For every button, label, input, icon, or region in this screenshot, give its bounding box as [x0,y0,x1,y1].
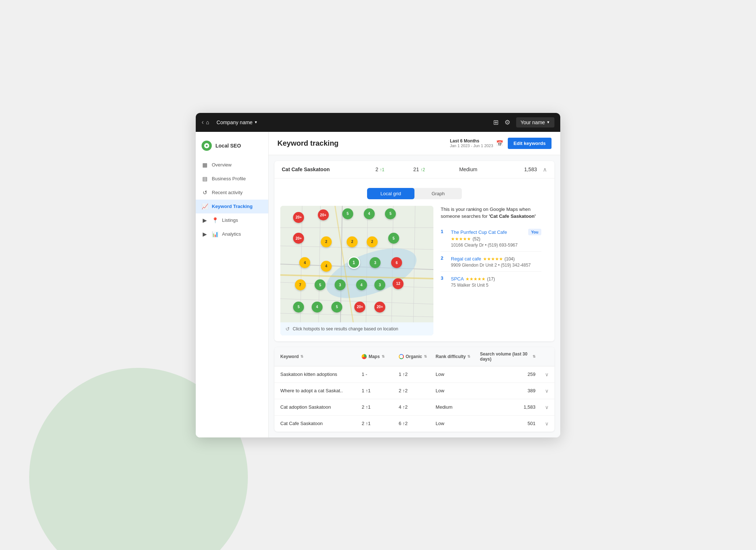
table-row-4[interactable]: Cat Cafe Saskatoon 2 ↑1 6 ↑2 Low 501 ∨ [274,416,554,432]
map-pin[interactable]: 20+ [354,302,365,313]
map-pin[interactable]: 3 [335,279,346,290]
keyword-maps-stat: 2 ↑1 [360,166,400,172]
map-pin[interactable]: 5 [385,208,396,219]
rank-name-2[interactable]: Regal cat cafe [451,256,481,262]
td-volume-1: 259 [480,372,535,377]
map-pin[interactable]: 3 [374,279,385,290]
map-pin[interactable]: 20+ [318,209,329,220]
home-icon: ⌂ [206,119,209,125]
map-pin[interactable]: 2 [321,236,332,247]
map-rank-area: 20+ 20+ 5 4 5 20+ 2 2 2 5 [274,206,554,341]
map-pin[interactable]: 4 [299,257,310,268]
app-container: ‹ ⌂ Company name ▼ ⊞ ⚙ Your name ▼ [196,113,560,437]
td-organic-3: 4 ↑2 [399,404,436,410]
sort-organic-icon[interactable]: ⇅ [424,354,427,358]
expand-chevron-1[interactable]: ∨ [545,372,549,377]
sort-keyword-icon[interactable]: ⇅ [300,354,303,358]
company-dropdown-arrow: ▼ [254,120,258,124]
keyword-volume: 1,583 [498,166,537,172]
td-keyword-4: Cat Cafe Saskatoon [280,421,362,426]
you-badge: You [528,229,541,235]
sidebar-item-keyword-tracking[interactable]: 📈 Keyword Tracking [196,200,268,213]
sidebar-item-analytics[interactable]: ▶ 📊 Analytics [196,227,268,241]
table-row-2[interactable]: Where to adopt a cat Saskat.. 1 ↑1 2 ↑2 … [274,383,554,399]
content-area: Keyword tracking Last 6 Months Jan 1 202… [269,132,560,437]
rank-name-1[interactable]: The Purrfect Cup Cat Cafe [451,229,507,235]
expand-chevron-3[interactable]: ∨ [545,404,549,410]
graph-tab[interactable]: Graph [414,188,462,199]
map-pin[interactable]: 4 [364,208,375,219]
keyword-collapse-button[interactable]: ∧ [537,166,547,173]
map-pin[interactable]: 5 [342,208,353,219]
map-pin[interactable]: 5 [388,233,399,244]
keyword-card-name: Cat Cafe Saskatoon [282,166,360,172]
map-pin[interactable]: 5 [315,279,326,290]
maps-logo-icon [362,354,367,359]
td-expand-4[interactable]: ∨ [535,421,549,427]
map-pin[interactable]: 12 [393,278,404,289]
edit-keywords-button[interactable]: Edit keywords [508,138,552,149]
business-profile-icon: ▤ [202,176,208,182]
table-row-1[interactable]: Saskatoon kitten adoptions 1 - 1 ↑2 Low … [274,366,554,383]
td-expand-3[interactable]: ∨ [535,404,549,410]
company-dropdown[interactable]: Company name ▼ [214,118,261,127]
grid-icon[interactable]: ⊞ [493,118,499,126]
rank-reviews-3: (17) [487,276,495,282]
sort-volume-icon[interactable]: ⇅ [533,354,535,358]
user-menu[interactable]: Your name ▼ [516,117,554,127]
map-pin[interactable]: 20+ [293,233,304,244]
td-expand-1[interactable]: ∨ [535,372,549,377]
listings-expand-icon: ▶ [202,217,208,224]
sidebar-item-overview[interactable]: ▦ Overview [196,158,268,172]
expand-chevron-4[interactable]: ∨ [545,421,549,427]
rank-name-3[interactable]: SPCA [451,276,464,282]
rank-number-2: 2 [441,255,447,261]
map-pin[interactable]: 5 [293,302,304,313]
sidebar-item-recent-activity[interactable]: ↺ Recent activity [196,186,268,200]
td-maps-1: 1 - [362,372,398,377]
td-maps-2: 1 ↑1 [362,388,398,393]
view-tab-toggle: Local grid Graph [367,188,462,199]
overview-icon: ▦ [202,162,208,168]
map-pin[interactable]: 4 [356,279,367,290]
rank-address-2: 9909 Glendon Dr Unit 2 • (519) 342-4857 [451,263,541,268]
td-volume-3: 1,583 [480,404,535,410]
map-pin-center[interactable]: 1 [348,256,360,269]
map-pin[interactable]: 20+ [293,212,304,223]
calendar-icon: 📅 [496,140,503,147]
sidebar-item-business-profile[interactable]: ▤ Business Profile [196,172,268,186]
sidebar-brand: Local SEO [196,138,268,158]
map-pin[interactable]: 6 [391,257,402,268]
settings-icon[interactable]: ⚙ [504,118,510,126]
sidebar-item-listings[interactable]: ▶ 📍 Listings [196,213,268,227]
date-range-selector[interactable]: Last 6 Months Jan 1 2023 - Jun 1 2023 📅 [450,138,503,148]
map-pin[interactable]: 4 [321,261,332,272]
local-grid-tab[interactable]: Local grid [367,188,414,199]
rank-stars-1: ★★★★★ [451,236,471,241]
sidebar-item-analytics-label: Analytics [222,231,241,237]
recent-activity-icon: ↺ [202,189,208,196]
map-pin[interactable]: 20+ [374,302,385,313]
map-pin[interactable]: 7 [295,279,306,290]
page-title: Keyword tracking [277,139,339,148]
back-button[interactable]: ‹ ⌂ [202,118,209,126]
td-keyword-3: Cat adoption Saskatoon [280,404,362,410]
map-pin[interactable]: 3 [370,257,381,268]
map-pin[interactable]: 4 [312,302,323,313]
map-pin[interactable]: 2 [367,236,378,247]
table-row-3[interactable]: Cat adoption Saskatoon 2 ↑1 4 ↑2 Medium … [274,399,554,416]
google-organic-icon [399,354,404,359]
td-volume-2: 389 [480,388,535,393]
expand-chevron-2[interactable]: ∨ [545,388,549,394]
rank-info-2: Regal cat cafe ★★★★★ (104) 9909 Glendon … [451,255,541,268]
td-organic-4: 6 ↑2 [399,421,436,426]
rank-address-1: 10166 Clearly Dr • (519) 693-5967 [451,243,524,248]
sort-maps-icon[interactable]: ⇅ [382,354,385,358]
sort-difficulty-icon[interactable]: ⇅ [467,354,470,358]
td-expand-2[interactable]: ∨ [535,388,549,394]
map-pin[interactable]: 5 [331,302,342,313]
td-keyword-2: Where to adopt a cat Saskat.. [280,388,362,393]
td-volume-4: 501 [480,421,535,426]
map-pin[interactable]: 2 [347,236,358,247]
local-grid-map[interactable]: 20+ 20+ 5 4 5 20+ 2 2 2 5 [280,206,433,335]
